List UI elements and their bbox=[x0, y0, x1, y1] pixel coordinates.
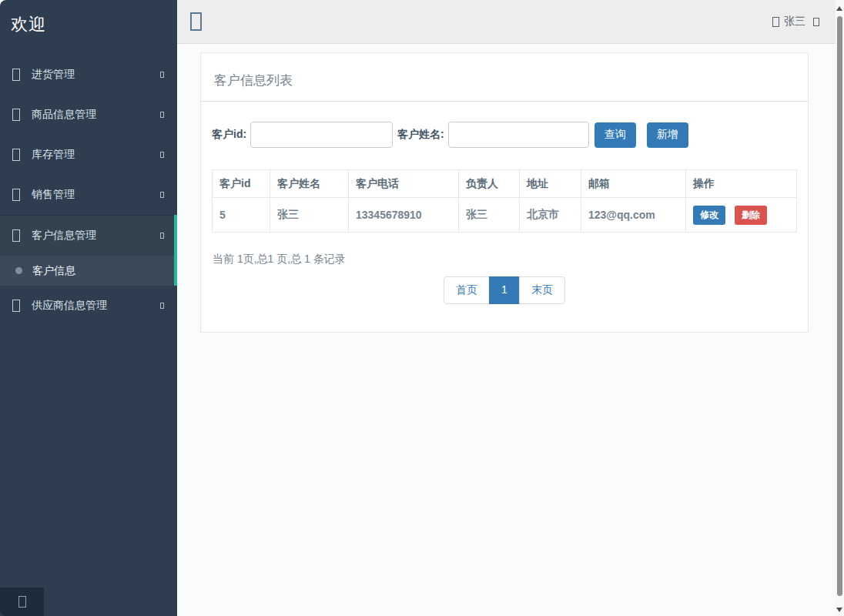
cell-manager: 张三 bbox=[459, 198, 520, 233]
sidebar-item-product-info[interactable]: 商品信息管理 bbox=[0, 95, 177, 135]
col-address: 地址 bbox=[520, 170, 581, 198]
topbar: 张三 bbox=[177, 0, 844, 44]
sidebar-collapse-button[interactable] bbox=[0, 588, 44, 616]
table-header-row: 客户id 客户姓名 客户电话 负责人 地址 邮箱 操作 bbox=[213, 170, 797, 198]
scroll-up-arrow-icon[interactable] bbox=[836, 6, 842, 11]
sidebar-item-sales[interactable]: 销售管理 bbox=[0, 175, 177, 215]
customer-id-input[interactable] bbox=[250, 122, 393, 148]
col-customer-id: 客户id bbox=[213, 170, 270, 198]
collapse-icon bbox=[18, 596, 26, 608]
table-row: 5 张三 13345678910 张三 北京市 123@qq.com 修改 删除 bbox=[213, 198, 797, 233]
vertical-scrollbar[interactable] bbox=[836, 0, 844, 616]
pagination-page-1[interactable]: 1 bbox=[489, 276, 520, 304]
scrollbar-thumb[interactable] bbox=[837, 16, 842, 596]
delete-button[interactable]: 删除 bbox=[735, 206, 767, 225]
col-actions: 操作 bbox=[686, 170, 797, 198]
chevron-down-icon bbox=[160, 72, 164, 78]
sidebar-item-customer-info-management[interactable]: 客户信息管理 bbox=[0, 215, 177, 255]
col-email: 邮箱 bbox=[581, 170, 686, 198]
sidebar-item-label: 客户信息管理 bbox=[32, 229, 96, 243]
sidebar-item-label: 进货管理 bbox=[32, 68, 75, 82]
hamburger-icon[interactable] bbox=[190, 12, 202, 31]
table-body: 5 张三 13345678910 张三 北京市 123@qq.com 修改 删除 bbox=[213, 198, 797, 233]
panel-body: 客户id: 客户姓名: 查询 新增 客户id 客户姓名 客户电话 负责人 bbox=[201, 102, 808, 332]
chevron-down-icon bbox=[160, 233, 164, 239]
col-customer-name: 客户姓名 bbox=[270, 170, 349, 198]
customer-list-panel: 客户信息列表 客户id: 客户姓名: 查询 新增 客户id 客户姓名 bbox=[200, 52, 809, 333]
sidebar-item-label: 销售管理 bbox=[32, 188, 75, 202]
pagination-container: 首页 1 末页 bbox=[212, 276, 797, 304]
col-manager: 负责人 bbox=[459, 170, 520, 198]
sidebar-item-label: 商品信息管理 bbox=[32, 108, 96, 122]
sidebar-item-inventory[interactable]: 库存管理 bbox=[0, 135, 177, 175]
product-icon bbox=[12, 109, 20, 121]
submenu-bullet-icon bbox=[15, 267, 22, 274]
sidebar-item-label: 供应商信息管理 bbox=[32, 299, 107, 313]
signout-icon[interactable] bbox=[813, 18, 819, 26]
sidebar: 欢迎 进货管理 商品信息管理 库存管理 销售管理 bbox=[0, 0, 177, 616]
user-menu[interactable]: 张三 bbox=[772, 15, 819, 28]
add-button[interactable]: 新增 bbox=[647, 122, 688, 148]
chevron-down-icon bbox=[160, 303, 164, 309]
chevron-down-icon bbox=[160, 112, 164, 118]
scroll-down-arrow-icon[interactable] bbox=[836, 608, 842, 612]
customer-name-label: 客户姓名: bbox=[397, 128, 444, 142]
user-icon bbox=[772, 17, 779, 27]
sidebar-title: 欢迎 bbox=[0, 0, 177, 45]
sidebar-subitem-label: 客户信息 bbox=[32, 264, 75, 278]
panel-title: 客户信息列表 bbox=[214, 73, 293, 88]
customer-id-label: 客户id: bbox=[212, 128, 246, 142]
cell-address: 北京市 bbox=[520, 198, 581, 233]
cell-customer-phone: 13345678910 bbox=[349, 198, 459, 233]
chevron-down-icon bbox=[160, 152, 164, 158]
supplier-icon bbox=[12, 300, 20, 312]
purchase-icon bbox=[12, 69, 20, 81]
user-name: 张三 bbox=[784, 15, 805, 28]
pagination-first-button[interactable]: 首页 bbox=[444, 276, 490, 304]
customer-name-input[interactable] bbox=[448, 122, 589, 148]
table-head: 客户id 客户姓名 客户电话 负责人 地址 邮箱 操作 bbox=[213, 170, 797, 198]
pagination-last-button[interactable]: 末页 bbox=[519, 276, 565, 304]
cell-customer-id: 5 bbox=[213, 198, 270, 233]
panel-header: 客户信息列表 bbox=[201, 53, 808, 102]
main-content: 客户信息列表 客户id: 客户姓名: 查询 新增 客户id 客户姓名 bbox=[177, 45, 844, 616]
pagination: 首页 1 末页 bbox=[444, 276, 565, 304]
sidebar-subitem-customer-info[interactable]: 客户信息 bbox=[0, 255, 177, 286]
search-form: 客户id: 客户姓名: 查询 新增 bbox=[207, 122, 797, 148]
sidebar-menu: 进货管理 商品信息管理 库存管理 销售管理 客 bbox=[0, 55, 177, 326]
sidebar-item-label: 库存管理 bbox=[32, 148, 75, 162]
sidebar-group-customer-info: 客户信息管理 客户信息 bbox=[0, 215, 177, 286]
customer-table: 客户id 客户姓名 客户电话 负责人 地址 邮箱 操作 5 张三 bbox=[212, 169, 797, 233]
cell-email: 123@qq.com bbox=[581, 198, 686, 233]
customer-icon bbox=[12, 229, 20, 242]
sidebar-item-purchase[interactable]: 进货管理 bbox=[0, 55, 177, 95]
chevron-down-icon bbox=[160, 192, 164, 198]
sales-icon bbox=[12, 189, 20, 201]
edit-button[interactable]: 修改 bbox=[693, 206, 725, 225]
col-customer-phone: 客户电话 bbox=[349, 170, 459, 198]
sidebar-item-supplier-info[interactable]: 供应商信息管理 bbox=[0, 286, 177, 326]
cell-customer-name: 张三 bbox=[270, 198, 349, 233]
pagination-summary: 当前 1页,总1 页,总 1 条记录 bbox=[213, 253, 797, 266]
app-window: 欢迎 进货管理 商品信息管理 库存管理 销售管理 bbox=[0, 0, 844, 616]
query-button[interactable]: 查询 bbox=[594, 122, 636, 148]
inventory-icon bbox=[12, 149, 20, 161]
cell-actions: 修改 删除 bbox=[686, 198, 797, 233]
